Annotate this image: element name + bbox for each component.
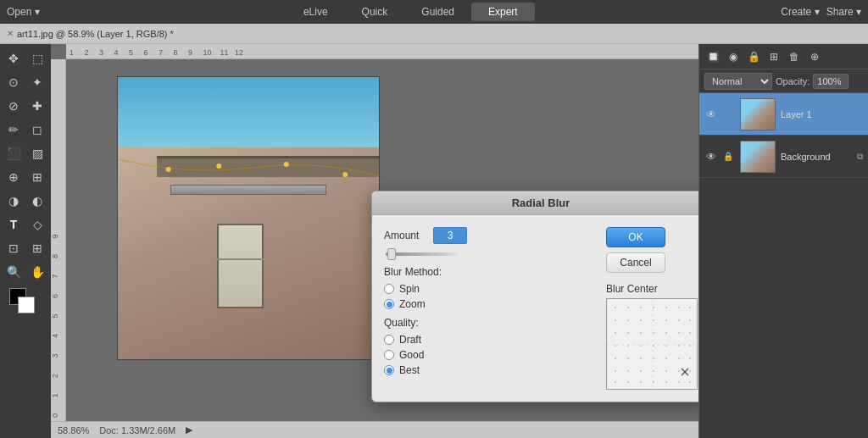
- zoom-radio[interactable]: [384, 299, 394, 309]
- open-section: Open ▾: [7, 6, 40, 18]
- magic-wand-icon[interactable]: ✦: [26, 71, 48, 93]
- dialog-right-panel: OK Cancel Blur Center: [606, 227, 698, 390]
- clone-icon[interactable]: ⊕: [3, 166, 25, 188]
- tab-quick[interactable]: Quick: [345, 3, 405, 21]
- open-button[interactable]: Open ▾: [7, 6, 40, 18]
- navigation-arrow[interactable]: ▶: [186, 424, 192, 435]
- draft-radio[interactable]: [384, 335, 394, 345]
- blur-center-label: Blur Center: [606, 283, 698, 295]
- background-lock: 🔒: [723, 152, 735, 161]
- spot-heal-icon[interactable]: ✚: [26, 95, 48, 117]
- hand-tool-icon[interactable]: ✋: [26, 261, 48, 283]
- svg-point-42: [627, 370, 629, 372]
- good-label: Good: [399, 349, 424, 361]
- share-button[interactable]: Share ▾: [826, 6, 861, 18]
- layer-1-name: Layer 1: [781, 109, 863, 119]
- open-dropdown-icon: ▾: [35, 6, 40, 18]
- layer-item-background[interactable]: 👁 🔒 Background ⧉: [699, 136, 868, 178]
- svg-point-49: [627, 381, 629, 383]
- panel-icon-3[interactable]: 🔒: [745, 48, 762, 65]
- svg-point-8: [640, 307, 642, 308]
- panel-icon-4[interactable]: ⊞: [765, 48, 782, 65]
- create-label: Create: [781, 6, 811, 18]
- svg-point-51: [653, 381, 654, 383]
- color-swatch-area[interactable]: [9, 288, 42, 315]
- spin-label: Spin: [399, 283, 420, 295]
- svg-point-15: [640, 319, 642, 321]
- svg-point-32: [678, 345, 680, 347]
- svg-point-20: [615, 332, 616, 334]
- panel-icon-6[interactable]: ⊕: [806, 48, 823, 65]
- create-dropdown-icon: ▾: [815, 6, 820, 18]
- amount-input[interactable]: [433, 227, 467, 244]
- best-radio[interactable]: [384, 365, 394, 375]
- zoom-radio-inner: [387, 302, 392, 308]
- svg-point-7: [627, 307, 629, 308]
- best-radio-row: Best: [384, 364, 594, 376]
- crop-icon[interactable]: ⊡: [3, 237, 25, 259]
- share-dropdown-icon: ▾: [856, 6, 861, 18]
- radial-blur-dialog: Radial Blur Amount: [371, 191, 698, 402]
- opacity-input[interactable]: [813, 74, 849, 89]
- cancel-button[interactable]: Cancel: [606, 252, 665, 273]
- amount-slider[interactable]: [386, 252, 458, 256]
- dialog-body: Amount Blur Method:: [372, 215, 698, 402]
- best-label: Best: [399, 364, 420, 376]
- svg-point-19: [689, 319, 691, 321]
- svg-point-11: [678, 307, 680, 308]
- blend-mode-select[interactable]: Normal: [704, 73, 772, 90]
- text-tool-icon[interactable]: T: [3, 213, 25, 236]
- svg-point-36: [640, 358, 642, 359]
- canvas-content: Radial Blur Amount: [66, 59, 698, 438]
- gradient-icon[interactable]: ▨: [26, 142, 48, 164]
- sponge-icon[interactable]: ◐: [26, 190, 48, 212]
- tool-row-eyedropper: ⊘ ✚: [3, 95, 48, 117]
- eraser-icon[interactable]: ◻: [26, 119, 48, 141]
- dialog-title: Radial Blur: [372, 191, 698, 215]
- canvas-area: 1 2 3 4 5 6 7 8 9 10 11 12 0 1 2 3 4 5 6…: [51, 44, 698, 438]
- svg-point-27: [615, 345, 616, 347]
- layer-item-1[interactable]: 👁 Layer 1: [699, 93, 868, 136]
- panel-icon-5[interactable]: 🗑: [786, 48, 803, 65]
- panel-icon-1[interactable]: 🔲: [704, 48, 721, 65]
- layer-1-visibility-icon[interactable]: 👁: [704, 108, 718, 121]
- svg-point-18: [678, 319, 680, 321]
- background-copy-icon: ⧉: [857, 152, 863, 162]
- spin-radio[interactable]: [384, 284, 394, 294]
- dodge-icon[interactable]: ◑: [3, 190, 25, 212]
- svg-point-37: [653, 358, 654, 359]
- tab-guided[interactable]: Guided: [404, 3, 471, 21]
- background-color[interactable]: [18, 297, 35, 313]
- close-icon[interactable]: ✕: [7, 29, 14, 38]
- background-visibility-icon[interactable]: 👁: [704, 150, 718, 164]
- svg-point-23: [653, 332, 654, 334]
- selection-tool-icon[interactable]: ⬚: [26, 47, 48, 69]
- svg-point-2: [284, 162, 289, 167]
- pattern-icon[interactable]: ⊞: [26, 166, 48, 188]
- create-button[interactable]: Create ▾: [781, 6, 819, 18]
- svg-point-50: [640, 381, 642, 383]
- good-radio[interactable]: [384, 350, 394, 360]
- ruler-v-ticks: 0 1 2 3 4 5 6 7 8 9: [51, 59, 59, 421]
- tool-row-move: ✥ ⬚: [3, 47, 48, 69]
- tab-elive[interactable]: eLive: [287, 3, 345, 21]
- blur-center-preview[interactable]: [606, 298, 698, 390]
- eyedropper-icon[interactable]: ⊘: [3, 95, 25, 117]
- zoom-tool-icon[interactable]: 🔍: [3, 261, 25, 283]
- svg-point-3: [342, 172, 348, 177]
- transform-icon[interactable]: ⊞: [26, 237, 48, 259]
- brush-icon[interactable]: ✏: [3, 119, 25, 141]
- opacity-label: Opacity:: [776, 76, 810, 86]
- custom-shape-icon[interactable]: ◇: [26, 213, 48, 236]
- move-tool-icon[interactable]: ✥: [3, 47, 25, 69]
- panel-icon-2[interactable]: ◉: [725, 48, 742, 65]
- spin-radio-row: Spin: [384, 283, 594, 295]
- slider-thumb[interactable]: [387, 248, 396, 260]
- svg-point-6: [615, 307, 616, 308]
- tab-expert[interactable]: Expert: [471, 3, 535, 21]
- paint-bucket-icon[interactable]: ⬛: [3, 142, 25, 164]
- lasso-tool-icon[interactable]: ⊙: [3, 71, 25, 93]
- tool-row-paint: ⬛ ▨: [3, 142, 48, 164]
- ok-button[interactable]: OK: [606, 227, 665, 247]
- tool-row-dodge: ◑ ◐: [3, 190, 48, 212]
